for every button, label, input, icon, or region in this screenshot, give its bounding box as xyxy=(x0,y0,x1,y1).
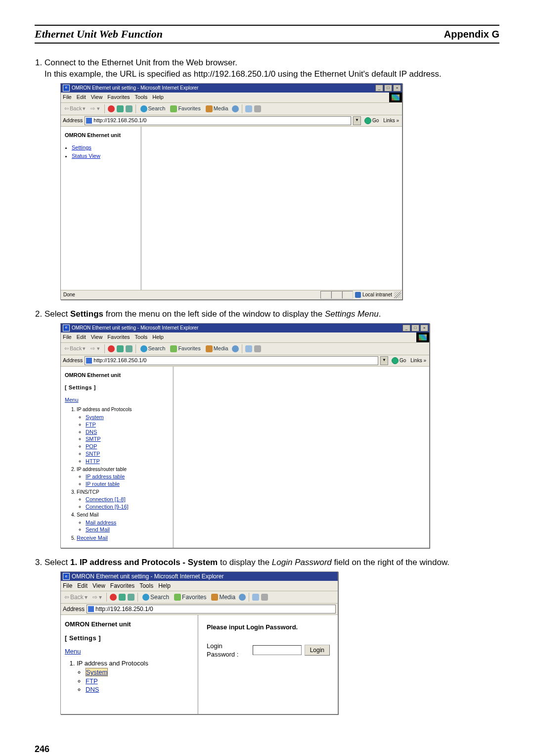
resize-grip-icon[interactable] xyxy=(394,291,401,298)
menu-favorites[interactable]: Favorites xyxy=(107,94,130,101)
search-button[interactable]: Search xyxy=(141,593,171,601)
back-button[interactable]: ⇦ Back ▾ xyxy=(63,593,89,601)
link-connection-9-16[interactable]: Connection [9-16] xyxy=(86,504,129,510)
login-password-input[interactable] xyxy=(253,645,301,655)
address-url: http://192.168.250.1/0 xyxy=(93,117,146,124)
settings-item-5: Receive Mail xyxy=(77,534,169,542)
menu-help[interactable]: Help xyxy=(152,333,164,341)
login-button[interactable]: Login xyxy=(305,645,330,656)
link-sntp[interactable]: SNTP xyxy=(86,451,100,457)
menu-help[interactable]: Help xyxy=(158,582,171,590)
history-icon[interactable] xyxy=(232,345,239,352)
print-icon[interactable] xyxy=(254,105,261,112)
home-icon[interactable] xyxy=(128,594,134,601)
forward-button[interactable]: ⇨ ▾ xyxy=(89,345,101,352)
mail-icon[interactable] xyxy=(245,105,252,112)
search-button[interactable]: Search xyxy=(139,345,167,352)
print-icon[interactable] xyxy=(254,345,261,352)
link-ip-address-table[interactable]: IP address table xyxy=(86,473,125,479)
menu-file[interactable]: File xyxy=(63,333,72,341)
menu-link[interactable]: Menu xyxy=(65,648,81,655)
refresh-icon[interactable] xyxy=(117,345,124,352)
menu-tools[interactable]: Tools xyxy=(135,333,148,341)
print-icon[interactable] xyxy=(261,594,268,601)
go-button[interactable]: Go xyxy=(363,117,380,124)
stop-icon[interactable] xyxy=(108,105,115,112)
menu-help[interactable]: Help xyxy=(152,94,164,101)
refresh-icon[interactable] xyxy=(117,105,124,112)
links-label[interactable]: Links » xyxy=(409,357,427,364)
address-dropdown-icon[interactable]: ▼ xyxy=(380,356,388,365)
sidebar-link-status-view[interactable]: Status View xyxy=(72,153,100,159)
link-ftp[interactable]: FTP xyxy=(86,422,96,427)
menu-file[interactable]: File xyxy=(63,94,72,101)
home-icon[interactable] xyxy=(126,105,133,112)
menu-tools[interactable]: Tools xyxy=(139,582,153,590)
close-button[interactable]: × xyxy=(420,325,428,331)
back-button[interactable]: ⇦ Back ▾ xyxy=(63,345,87,352)
menu-file[interactable]: File xyxy=(63,582,72,590)
menu-view[interactable]: View xyxy=(91,94,103,101)
media-button[interactable]: Media xyxy=(210,593,237,601)
menu-edit[interactable]: Edit xyxy=(77,333,86,341)
menu-link[interactable]: Menu xyxy=(65,397,79,403)
step-2-italic: Settings Menu xyxy=(325,309,379,319)
stop-icon[interactable] xyxy=(110,594,117,601)
media-button[interactable]: Media xyxy=(204,345,230,352)
favorites-button[interactable]: Favorites xyxy=(169,345,202,352)
mail-icon[interactable] xyxy=(245,345,252,352)
forward-button[interactable]: ⇨ ▾ xyxy=(91,593,103,601)
address-input[interactable]: http://192.168.250.1/0 xyxy=(87,605,336,614)
home-icon[interactable] xyxy=(126,345,133,352)
menu-favorites[interactable]: Favorites xyxy=(107,333,130,341)
history-icon[interactable] xyxy=(232,105,239,112)
links-label[interactable]: Links » xyxy=(382,117,400,124)
address-input[interactable]: http://192.168.250.1/0 xyxy=(85,356,378,365)
stop-icon[interactable] xyxy=(108,345,115,352)
favorites-button[interactable]: Favorites xyxy=(173,593,208,601)
step-2-bold: Settings xyxy=(70,309,103,319)
step-2: Select Settings from the menu on the lef… xyxy=(44,309,499,548)
main-pane-empty xyxy=(174,367,429,548)
menu-view[interactable]: View xyxy=(92,582,105,590)
link-smtp[interactable]: SMTP xyxy=(86,436,101,442)
maximize-button[interactable]: □ xyxy=(384,85,392,92)
search-button[interactable]: Search xyxy=(139,105,167,112)
menu-favorites[interactable]: Favorites xyxy=(110,582,134,590)
go-button[interactable]: Go xyxy=(390,357,407,364)
link-mail-address[interactable]: Mail address xyxy=(86,520,116,525)
go-icon xyxy=(364,117,371,124)
sidebar: OMRON Ethernet unit [ Settings ] Menu IP… xyxy=(61,615,198,714)
back-button[interactable]: ⇦ Back ▾ xyxy=(63,105,87,112)
link-send-mail[interactable]: Send Mail xyxy=(86,526,110,532)
link-receive-mail[interactable]: Receive Mail xyxy=(77,535,108,541)
link-ftp[interactable]: FTP xyxy=(86,677,98,685)
minimize-button[interactable]: _ xyxy=(402,325,410,331)
link-dns[interactable]: DNS xyxy=(86,429,97,435)
menu-edit[interactable]: Edit xyxy=(77,582,88,590)
menu-edit[interactable]: Edit xyxy=(77,94,86,101)
address-input[interactable]: http://192.168.250.1/0 xyxy=(85,116,351,125)
link-system[interactable]: System xyxy=(86,414,104,420)
page-icon xyxy=(86,118,92,124)
settings-item-2: IP address/router table IP address table… xyxy=(77,466,169,488)
link-http[interactable]: HTTP xyxy=(86,458,100,464)
link-connection-1-8[interactable]: Connection [1-8] xyxy=(86,496,126,502)
media-button[interactable]: Media xyxy=(204,105,230,112)
link-dns[interactable]: DNS xyxy=(86,686,99,693)
mail-icon[interactable] xyxy=(252,594,259,601)
minimize-button[interactable]: _ xyxy=(375,85,383,92)
maximize-button[interactable]: □ xyxy=(411,325,419,331)
link-ip-router-table[interactable]: IP router table xyxy=(86,481,120,487)
close-button[interactable]: × xyxy=(393,85,401,92)
link-pop[interactable]: POP xyxy=(86,443,97,449)
refresh-icon[interactable] xyxy=(119,594,126,601)
menu-tools[interactable]: Tools xyxy=(135,94,148,101)
address-dropdown-icon[interactable]: ▼ xyxy=(353,116,361,125)
forward-button[interactable]: ⇨ ▾ xyxy=(89,105,101,112)
sidebar-link-settings[interactable]: Settings xyxy=(72,144,91,150)
favorites-button[interactable]: Favorites xyxy=(169,105,202,112)
history-icon[interactable] xyxy=(239,594,246,601)
menu-view[interactable]: View xyxy=(91,333,103,341)
link-system-selected[interactable]: System xyxy=(86,668,108,676)
